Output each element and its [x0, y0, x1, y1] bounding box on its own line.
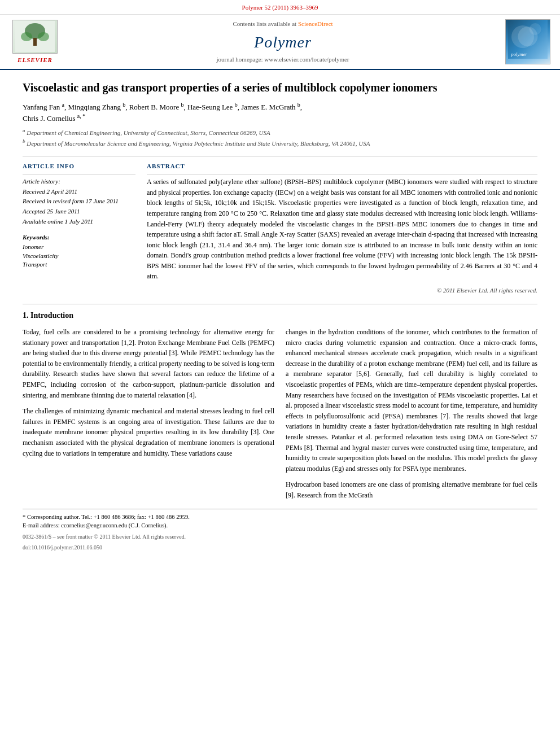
info-divider: [23, 174, 135, 174]
article-info-column: Article Info Article history: Received 2…: [23, 162, 135, 295]
email-address: E-mail address: ccornelius@engr.uconn.ed…: [23, 521, 537, 530]
abstract-column: Abstract A series of sulfonated poly(ary…: [147, 162, 537, 295]
available-online-date: Available online 1 July 2011: [23, 217, 135, 227]
journal-title-block: Contents lists available at ScienceDirec…: [69, 19, 497, 64]
introduction-section: 1. Introduction Today, fuel cells are co…: [23, 310, 537, 500]
info-abstract-section: Article Info Article history: Received 2…: [23, 162, 537, 295]
elsevier-emblem: [12, 20, 58, 54]
accepted-date: Accepted 25 June 2011: [23, 207, 135, 217]
svg-point-4: [38, 32, 49, 41]
intro-p1: Today, fuel cells are considered to be a…: [23, 327, 274, 400]
received-revised-date: Received in revised form 17 June 2011: [23, 196, 135, 207]
sciencedirect-line: Contents lists available at ScienceDirec…: [233, 20, 333, 28]
introduction-heading: 1. Introduction: [23, 310, 537, 321]
history-label: Article history:: [23, 177, 135, 187]
divider-2: [23, 304, 537, 304]
journal-homepage: journal homepage: www.elsevier.com/locat…: [216, 55, 349, 64]
polymer-logo-block: polymer: [502, 19, 553, 64]
keyword-2: Viscoelasticity: [23, 252, 135, 260]
main-content: Viscoelastic and gas transport propertie…: [0, 70, 560, 563]
received-date: Received 2 April 2011: [23, 187, 135, 197]
intro-col-1: Today, fuel cells are considered to be a…: [23, 327, 274, 501]
svg-point-7: [530, 23, 541, 35]
article-history: Article history: Received 2 April 2011 R…: [23, 177, 135, 226]
svg-rect-2: [33, 38, 37, 46]
elsevier-wordmark: ELSEVIER: [18, 56, 53, 64]
divider-1: [23, 156, 537, 156]
svg-point-3: [21, 32, 32, 41]
corresponding-author: * Corresponding author. Tel.: +1 860 486…: [23, 513, 537, 522]
elsevier-logo-block: ELSEVIER: [7, 19, 63, 64]
sciencedirect-link[interactable]: ScienceDirect: [298, 20, 333, 27]
abstract-heading: Abstract: [147, 162, 537, 171]
copyright-line: © 2011 Elsevier Ltd. All rights reserved…: [147, 286, 537, 295]
keyword-3: Transport: [23, 260, 135, 269]
footnote-section: * Corresponding author. Tel.: +1 860 486…: [23, 509, 537, 552]
polymer-cover-image: polymer: [505, 19, 550, 64]
intro-col-2: changes in the hydration conditions of t…: [286, 327, 537, 501]
journal-name: Polymer: [254, 31, 312, 53]
intro-p2: The challenges of minimizing dynamic mec…: [23, 406, 274, 458]
svg-text:polymer: polymer: [510, 51, 527, 57]
keywords-label: Keywords:: [23, 233, 135, 242]
affiliations: a Department of Chemical Engineering, Un…: [23, 127, 537, 147]
keywords-block: Keywords: Ionomer Viscoelasticity Transp…: [23, 233, 135, 269]
abstract-text: A series of sulfonated poly(arylene ethe…: [147, 177, 537, 282]
issn-line: 0032-3861/$ – see front matter © 2011 El…: [23, 532, 537, 541]
abstract-divider: [147, 174, 537, 174]
article-info-heading: Article Info: [23, 162, 135, 171]
authors: Yanfang Fan a, Mingqiang Zhang b, Robert…: [23, 101, 537, 124]
journal-citation: Polymer 52 (2011) 3963–3969: [0, 0, 560, 15]
intro-body: Today, fuel cells are considered to be a…: [23, 327, 537, 501]
journal-header: ELSEVIER Contents lists available at Sci…: [0, 15, 560, 70]
keyword-1: Ionomer: [23, 243, 135, 251]
intro-p3: changes in the hydration conditions of t…: [286, 327, 537, 474]
doi-line: doi:10.1016/j.polymer.2011.06.050: [23, 543, 537, 552]
intro-p4: Hydrocarbon based ionomers are one class…: [286, 479, 537, 500]
article-title: Viscoelastic and gas transport propertie…: [23, 80, 537, 95]
